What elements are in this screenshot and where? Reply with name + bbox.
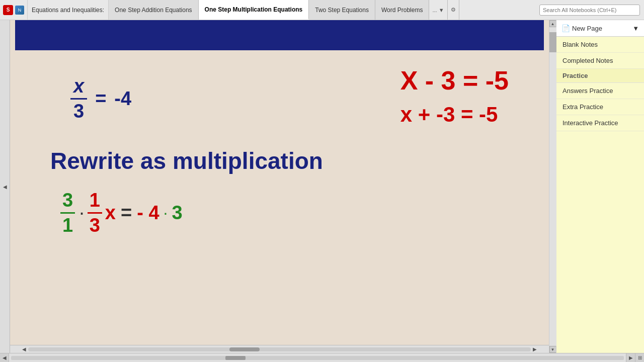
new-page-label: New Page xyxy=(572,25,602,32)
fraction-denominator: 3 xyxy=(73,100,84,122)
hscroll-thumb[interactable] xyxy=(229,347,260,351)
sidebar-category-practice: Practice xyxy=(556,69,644,83)
vscroll-down-btn[interactable]: ▼ xyxy=(549,346,556,353)
tab-word-problems[interactable]: Word Problems xyxy=(375,0,429,20)
tabs-section: One Step Addition Equations One Step Mul… xyxy=(109,0,535,20)
vscroll-thumb[interactable] xyxy=(549,32,556,52)
red-equation-2: x + -3 = -5 xyxy=(400,103,509,127)
new-page-button[interactable]: 📄 New Page ▼ xyxy=(556,20,644,37)
hscroll-left-arrow[interactable]: ◀ xyxy=(20,345,28,353)
fraction-display: x 3 xyxy=(70,75,87,122)
bottom-right-buttons: ▶ ⊞ xyxy=(626,353,644,363)
dot-separator-1: · xyxy=(78,202,86,224)
breadcrumb-text: Equations and Inequalities: xyxy=(32,7,104,14)
tab-one-step-multiplication[interactable]: One Step Multiplication Equations xyxy=(199,0,309,20)
bottom-scroll-right[interactable]: ▶ xyxy=(626,353,635,363)
breadcrumb: Equations and Inequalities: xyxy=(28,0,109,20)
bottom-scroll-left[interactable]: ◀ xyxy=(0,353,9,363)
sidebar-item-completed-notes[interactable]: Completed Notes xyxy=(556,53,644,69)
dot-separator-2: · xyxy=(162,204,170,222)
vscroll-up-btn[interactable]: ▲ xyxy=(549,20,556,27)
bottombar: ◀ ▶ ⊞ xyxy=(0,353,644,362)
scroll-left[interactable]: ◀ xyxy=(0,20,10,353)
negative-four: -4 xyxy=(114,88,131,110)
hscroll-right-arrow[interactable]: ▶ xyxy=(531,345,539,353)
negative-four-right: - 4 xyxy=(137,202,159,224)
sidebar-item-answers-practice[interactable]: Answers Practice xyxy=(556,83,644,99)
sidebar-item-blank-notes[interactable]: Blank Notes xyxy=(556,37,644,53)
equals-sign: = xyxy=(95,88,106,110)
app-icon2: N xyxy=(15,6,24,15)
page-content: x 3 = -4 X - 3 = -5 x + -3 = -5 Rewrite … xyxy=(10,50,549,246)
equals-mid: = xyxy=(118,202,135,224)
fraction-numerator: x xyxy=(70,75,87,100)
tab-more[interactable]: ... ▼ xyxy=(429,0,447,20)
red-equation-1: X - 3 = -5 xyxy=(400,65,509,96)
horizontal-scrollbar: ◀ ▶ xyxy=(10,345,549,353)
page-header xyxy=(15,20,544,50)
topbar: S N Equations and Inequalities: One Step… xyxy=(0,0,644,20)
sidebar: 📄 New Page ▼ Blank Notes Completed Notes… xyxy=(556,20,644,353)
sidebar-item-extra-practice[interactable]: Extra Practice xyxy=(556,99,644,115)
tab-two-step[interactable]: Two Step Equations xyxy=(309,0,375,20)
multiplication-expression: 3 1 · 1 3 x = - 4 xyxy=(60,190,529,236)
green-denominator: 1 xyxy=(62,214,73,236)
bottom-fit-btn[interactable]: ⊞ xyxy=(635,353,644,363)
new-page-dropdown[interactable]: ▼ xyxy=(632,25,639,32)
tab-one-step-addition[interactable]: One Step Addition Equations xyxy=(109,0,198,20)
main: ◀ x 3 = -4 X - 3 = -5 x + xyxy=(0,20,644,353)
hscroll-track[interactable] xyxy=(28,347,531,351)
app-logo: S xyxy=(3,5,13,15)
green-fraction: 3 1 xyxy=(60,190,75,236)
app-icons: S N xyxy=(0,0,28,20)
bottom-scroll-thumb[interactable] xyxy=(225,356,246,360)
tab-manage[interactable]: ⚙ xyxy=(448,0,459,20)
search-input[interactable] xyxy=(539,5,640,16)
red-denominator: 3 xyxy=(90,214,100,236)
variable-x: x xyxy=(105,202,116,224)
sidebar-item-interactive-practice[interactable]: Interactive Practice xyxy=(556,115,644,131)
notebook-page: x 3 = -4 X - 3 = -5 x + -3 = -5 Rewrite … xyxy=(10,20,549,345)
green-three: 3 xyxy=(172,202,182,224)
content-area: x 3 = -4 X - 3 = -5 x + -3 = -5 Rewrite … xyxy=(10,20,549,353)
red-fraction: 1 3 xyxy=(88,190,102,236)
bottom-scroll-track[interactable] xyxy=(11,356,624,360)
green-numerator: 3 xyxy=(60,190,75,214)
rewrite-text: Rewrite as multiplication xyxy=(50,147,529,174)
vscroll-track[interactable] xyxy=(549,27,556,346)
red-equations: X - 3 = -5 x + -3 = -5 xyxy=(400,65,509,127)
search-box xyxy=(535,0,644,20)
new-page-icon: 📄 xyxy=(561,24,570,32)
right-scrollbar: ▲ ▼ xyxy=(549,20,556,353)
red-numerator: 1 xyxy=(88,190,102,214)
